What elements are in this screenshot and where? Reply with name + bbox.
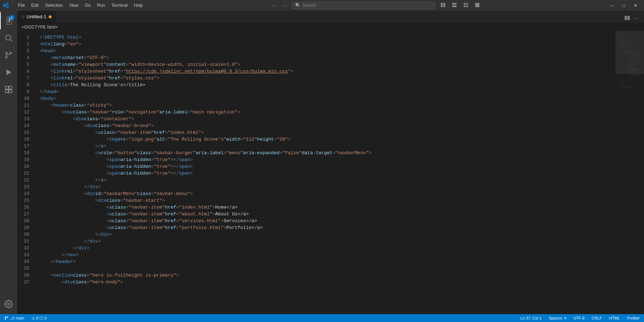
line-number: 6	[17, 68, 32, 75]
menu-help[interactable]: Help	[131, 2, 146, 9]
problems-status[interactable]: ⚠ 0 ⓘ 0	[30, 316, 48, 321]
code-line: <div class="navbar-brand">	[35, 122, 615, 129]
code-line: <a class="navbar-item" href="services.ht…	[35, 218, 615, 224]
close-button[interactable]: ✕	[630, 2, 641, 9]
line-number: 10	[17, 95, 32, 102]
tab-bar-actions: ···	[56, 14, 644, 23]
svg-rect-21	[625, 16, 627, 20]
menu-go[interactable]: Go	[82, 2, 93, 9]
layout-btn-3[interactable]	[461, 1, 471, 9]
line-number: 27	[17, 211, 32, 218]
nav-back-button[interactable]: ←	[270, 2, 278, 9]
code-line: <link rel="stylesheet" href="https://cdn…	[35, 68, 615, 75]
line-number: 20	[17, 163, 32, 170]
code-line: <body>	[35, 95, 615, 102]
line-number: 36	[17, 272, 32, 279]
layout-btn-1[interactable]	[438, 1, 448, 9]
svg-rect-6	[464, 5, 465, 7]
code-line: <html lang="en">	[35, 41, 615, 48]
editor-area: ◇ Untitled-1 ··· <!DOCTYPE html> 1234567…	[17, 11, 644, 314]
title-bar-left: File Edit Selection View Go Run Terminal…	[3, 2, 146, 9]
svg-point-23	[5, 317, 6, 317]
svg-point-13	[6, 57, 7, 58]
formatter-status[interactable]: Prettier	[626, 316, 641, 320]
code-line: <span aria-hidden="true"></span>	[35, 170, 615, 177]
code-editor[interactable]: <!DOCTYPE html><html lang="en"><head> <m…	[35, 31, 615, 314]
window-controls: ─ □ ✕	[607, 2, 641, 9]
global-search-bar[interactable]: 🔍 Search	[292, 2, 435, 9]
language-mode-status[interactable]: HTML	[608, 316, 621, 320]
more-actions-button[interactable]: ···	[632, 15, 641, 23]
svg-point-20	[8, 303, 10, 305]
git-branch-status[interactable]: ⎇ main	[3, 316, 26, 321]
layout-btn-2[interactable]	[449, 1, 459, 9]
split-editor-button[interactable]	[622, 14, 632, 23]
code-line: <meta name="viewport" content="width=dev…	[35, 61, 615, 68]
activity-settings[interactable]	[0, 297, 17, 314]
activity-source-control[interactable]	[0, 47, 17, 64]
indentation-status[interactable]: Spaces: 4	[547, 316, 568, 320]
code-line: </header>	[35, 258, 615, 265]
code-line: </nav>	[35, 252, 615, 258]
nav-forward-button[interactable]: →	[281, 2, 289, 9]
code-line: <section class="hero is-fullheight is-pr…	[35, 272, 615, 279]
line-number: 31	[17, 238, 32, 245]
menu-run[interactable]: Run	[94, 2, 108, 9]
svg-rect-22	[628, 16, 630, 20]
eol-status[interactable]: CRLF	[590, 316, 604, 320]
menu-selection[interactable]: Selection	[42, 2, 65, 9]
line-number: 13	[17, 116, 32, 122]
status-bar-left: ⎇ main ⚠ 0 ⓘ 0	[3, 316, 48, 321]
activity-run-debug[interactable]	[0, 64, 17, 81]
line-number: 21	[17, 170, 32, 177]
code-line: <img src="logo.png" alt="The Rolling Sco…	[35, 136, 615, 143]
line-number: 19	[17, 156, 32, 163]
problems-label: ⚠ 0 ⓘ 0	[31, 316, 47, 321]
code-line: <div class="hero-body">	[35, 279, 615, 286]
line-number: 3	[17, 48, 32, 54]
menu-file[interactable]: File	[15, 2, 28, 9]
layout-btn-4[interactable]	[472, 1, 482, 9]
line-number: 30	[17, 231, 32, 238]
tab-untitled-1[interactable]: ◇ Untitled-1	[17, 11, 56, 23]
code-line: </a>	[35, 143, 615, 150]
activity-extensions[interactable]	[0, 81, 17, 98]
maximize-button[interactable]: □	[619, 2, 629, 9]
menu-terminal[interactable]: Terminal	[108, 2, 130, 9]
minimap: <!DOCTYPE html> <html lang="en"> <head> …	[615, 31, 644, 314]
tab-label: Untitled-1	[26, 14, 47, 19]
menu-edit[interactable]: Edit	[28, 2, 42, 9]
line-number: 16	[17, 136, 32, 143]
code-line: <div class="navbar-start">	[35, 197, 615, 204]
svg-rect-16	[5, 86, 8, 89]
activity-search[interactable]	[0, 29, 17, 47]
line-number: 23	[17, 184, 32, 190]
svg-rect-7	[466, 5, 468, 7]
svg-rect-4	[464, 3, 465, 5]
explorer-badge: 1	[9, 15, 14, 20]
svg-rect-17	[9, 86, 12, 89]
vscode-logo-icon	[3, 2, 9, 9]
line-number: 17	[17, 143, 32, 150]
minimap-slider[interactable]	[615, 31, 644, 74]
line-number: 24	[17, 190, 32, 197]
code-line: <header class="sticky">	[35, 102, 615, 109]
svg-line-11	[10, 40, 13, 42]
cursor-position-status[interactable]: Ln 37, Col 1	[519, 316, 543, 320]
svg-rect-9	[476, 5, 479, 5]
code-line: <span aria-hidden="true"></span>	[35, 163, 615, 170]
svg-rect-3	[452, 5, 457, 7]
code-line: </a>	[35, 177, 615, 184]
main-layout: 1 ◇ Untitled-1	[0, 11, 644, 314]
code-line: <a role="button" class="navbar-burger" a…	[35, 150, 615, 156]
menu-view[interactable]: View	[66, 2, 81, 9]
line-number: 29	[17, 224, 32, 231]
encoding-status[interactable]: UTF-8	[572, 316, 586, 320]
svg-rect-1	[443, 3, 445, 7]
breadcrumb-item: <!DOCTYPE html>	[21, 25, 58, 30]
minimize-button[interactable]: ─	[607, 2, 617, 9]
tab-bar: ◇ Untitled-1 ···	[17, 11, 644, 23]
activity-explorer[interactable]: 1	[0, 12, 17, 29]
svg-point-12	[6, 52, 7, 54]
svg-rect-0	[441, 3, 443, 7]
